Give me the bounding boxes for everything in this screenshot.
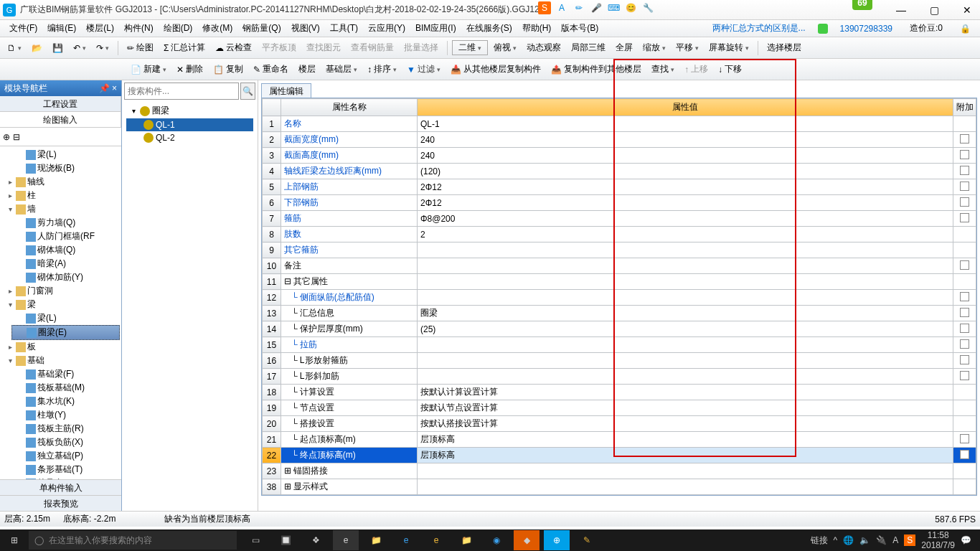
table-row[interactable]: 19 └ 节点设置 按默认节点设置计算 [263, 400, 976, 416]
tree-node[interactable]: ▸门窗洞 [1, 284, 120, 298]
app-icon[interactable]: 🔲 [273, 530, 298, 550]
property-edit-tab[interactable]: 属性编辑 [261, 83, 311, 99]
menu-version[interactable]: 版本号(B) [556, 22, 603, 34]
table-row[interactable]: 2 截面宽度(mm) 240 [263, 132, 976, 148]
search-input[interactable] [124, 83, 239, 100]
ime-icon[interactable]: 😊 [624, 1, 637, 14]
table-row[interactable]: 5 上部钢筋 2Φ12 [263, 179, 976, 195]
move-up-button[interactable]: ↑ 上移 [680, 62, 712, 77]
menu-tool[interactable]: 工具(T) [325, 22, 363, 34]
tree-node[interactable]: 条形基础(T) [11, 463, 120, 476]
tree-node[interactable]: 梁(L) [11, 311, 120, 325]
table-row[interactable]: 13 └ 汇总信息 圈梁 [263, 306, 976, 321]
checkbox[interactable] [960, 450, 969, 459]
table-row[interactable]: 4 轴线距梁左边线距离(mm) (120) [263, 164, 976, 179]
new-icon[interactable]: 🗋▾ [3, 42, 26, 55]
tree-node[interactable]: 柱墩(Y) [11, 408, 120, 422]
checkbox[interactable] [960, 324, 969, 333]
app-icon[interactable]: ◉ [484, 530, 509, 550]
tree-node[interactable]: ▾梁 [1, 298, 120, 311]
menu-file[interactable]: 文件(F) [4, 22, 42, 34]
local3d-button[interactable]: 局部三维 [567, 40, 610, 55]
minimize-icon[interactable]: — [891, 4, 911, 16]
app-icon[interactable]: ✎ [574, 530, 600, 550]
maximize-icon[interactable]: ▢ [924, 4, 944, 16]
table-row[interactable]: 16 └ L形放射箍筋 [263, 353, 976, 369]
app-icon[interactable]: e [393, 530, 419, 550]
tab-project[interactable]: 工程设置 [0, 96, 121, 111]
ime-icon[interactable]: ⌨ [607, 1, 620, 14]
find-button[interactable]: 查找图元 [302, 40, 345, 55]
table-row[interactable]: 11 ⊟ 其它属性 [263, 274, 976, 290]
tree-node[interactable]: 剪力墙(Q) [11, 216, 120, 230]
ime-icon[interactable]: A [555, 1, 568, 14]
table-row[interactable]: 21 └ 起点顶标高(m) 层顶标高 [263, 432, 976, 448]
orbit-button[interactable]: 动态观察 [522, 40, 565, 55]
new-button[interactable]: 📄 新建 ▾ [126, 62, 171, 77]
checkbox[interactable] [960, 260, 969, 270]
lock-icon[interactable]: 🔒 [955, 24, 976, 34]
checkbox[interactable] [960, 371, 969, 380]
clock-time[interactable]: 11:58 [921, 530, 955, 540]
tray-icon[interactable]: A [892, 535, 898, 545]
table-row[interactable]: 1 名称 QL-1 [263, 116, 976, 132]
list-item[interactable]: QL-2 [126, 131, 253, 144]
menu-component[interactable]: 构件(N) [119, 22, 159, 34]
menu-draw[interactable]: 绘图(D) [159, 22, 198, 34]
checkbox[interactable] [960, 434, 969, 443]
marquee-text[interactable]: 两种汇总方式的区别是... [707, 22, 811, 34]
floor-button[interactable]: 楼层 [294, 62, 320, 77]
sogou-icon[interactable]: S [538, 1, 551, 14]
expand-icon[interactable]: ⊕ [3, 132, 10, 142]
tree-node[interactable]: ▸板 [1, 340, 120, 354]
checkbox[interactable] [960, 166, 969, 175]
menu-floor[interactable]: 楼层(L) [81, 22, 119, 34]
tray-icon[interactable]: 🌐 [843, 535, 854, 545]
menu-online[interactable]: 在线服务(S) [461, 22, 517, 34]
move-down-button[interactable]: ↓ 下移 [714, 62, 746, 77]
table-row[interactable]: 8 肢数 2 [263, 227, 976, 242]
copy-from-button[interactable]: 📥 从其他楼层复制构件 [446, 62, 545, 77]
checkbox[interactable] [960, 182, 969, 191]
component-list[interactable]: ▾圈梁QL-1QL-2 [122, 102, 258, 146]
tree-node[interactable]: 砌体加筋(Y) [11, 270, 120, 284]
notification-icon[interactable]: 💬 [961, 535, 971, 545]
component-tree[interactable]: 梁(L)现浇板(B)▸轴线▸柱▾墙剪力墙(Q)人防门框墙(RF砌体墙(Q)暗梁(… [0, 146, 121, 479]
search-button[interactable]: 🔍 [240, 83, 255, 100]
draw-button[interactable]: ✏ 绘图 [123, 40, 158, 55]
checkbox[interactable] [960, 150, 969, 159]
menu-bim[interactable]: BIM应用(I) [410, 22, 461, 34]
table-row[interactable]: 18 └ 计算设置 按默认计算设置计算 [263, 385, 976, 400]
table-row[interactable]: 14 └ 保护层厚度(mm) (25) [263, 321, 976, 337]
menu-modify[interactable]: 修改(M) [197, 22, 237, 34]
tray-icon[interactable]: S [904, 534, 915, 546]
link-text[interactable]: 链接 [811, 534, 828, 547]
app-icon[interactable]: 📁 [453, 530, 479, 550]
tree-node[interactable]: 独立基础(P) [11, 449, 120, 463]
checkbox[interactable] [960, 197, 969, 207]
tree-node[interactable]: 暗梁(A) [11, 257, 120, 270]
tab-drawing[interactable]: 绘图输入 [0, 112, 121, 127]
menu-cloud[interactable]: 云应用(Y) [363, 22, 410, 34]
ime-icon[interactable]: 🎤 [590, 1, 603, 14]
tree-node[interactable]: 现浇板(B) [11, 161, 120, 175]
topview-button[interactable]: 俯视 ▾ [489, 40, 521, 55]
pin-icon[interactable]: 📌 [99, 83, 110, 93]
checkbox[interactable] [960, 355, 969, 364]
delete-button[interactable]: ✕ 删除 [172, 62, 207, 77]
app-icon[interactable]: ⊕ [544, 530, 570, 550]
list-item[interactable]: ▾圈梁 [126, 103, 253, 118]
ime-icon[interactable]: 🔧 [641, 1, 654, 14]
save-icon[interactable]: 💾 [48, 42, 67, 55]
tray-icon[interactable]: ^ [834, 535, 838, 545]
sort-button[interactable]: ↕ 排序 ▾ [363, 62, 401, 77]
tree-node[interactable]: 砌体墙(Q) [11, 243, 120, 257]
tree-node[interactable]: 筏板主筋(R) [11, 422, 120, 435]
table-row[interactable]: 23 ⊞ 锚固搭接 [263, 463, 976, 479]
fullscreen-button[interactable]: 全屏 [611, 40, 637, 55]
redo-icon[interactable]: ↷▾ [92, 42, 113, 55]
tree-node[interactable]: ▾基础 [1, 354, 120, 367]
checkbox[interactable] [960, 134, 969, 143]
copy-button[interactable]: 📋 复制 [209, 62, 248, 77]
checkbox[interactable] [960, 339, 969, 349]
